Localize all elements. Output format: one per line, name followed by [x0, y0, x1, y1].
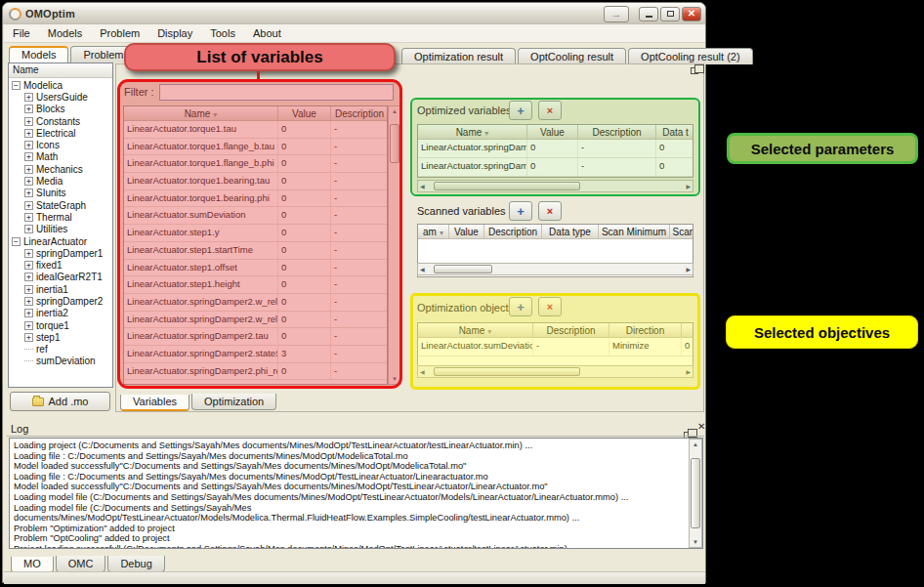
scrollbar-thumb[interactable]	[691, 458, 700, 528]
menu-about[interactable]: About	[244, 25, 290, 41]
table-row[interactable]: LinearActuator.springDamper1.d0-0	[418, 158, 693, 177]
menu-tools[interactable]: Tools	[201, 25, 244, 41]
scroll-down-icon[interactable]: ▼	[390, 374, 399, 384]
column-header-data-type[interactable]: Data type	[542, 225, 599, 238]
tree-item-idealgearr2t1[interactable]: +idealGearR2T1	[9, 272, 112, 283]
column-header-am[interactable]: am▾	[418, 225, 449, 238]
tree-item-blocks[interactable]: +Blocks	[9, 104, 112, 115]
tree-item-springdamper1[interactable]: +springDamper1	[9, 247, 112, 259]
optimized-variables-table[interactable]: Name▾ValueDescriptionData tLinearActuato…	[417, 124, 693, 178]
table-row[interactable]: LinearActuator.torque1.flange_b.tau0-	[124, 139, 387, 156]
tree-expand-icon[interactable]: +	[24, 297, 33, 306]
tab-optcooling-result[interactable]: OptCooling result	[518, 48, 626, 64]
maximize-button[interactable]	[660, 7, 680, 21]
column-header-name[interactable]: Name▾	[418, 323, 533, 337]
scroll-left-icon[interactable]: ◀	[418, 182, 427, 191]
tree-expand-icon[interactable]: +	[24, 309, 33, 317]
tree-expand-icon[interactable]: +	[24, 225, 33, 233]
column-header-name[interactable]: Name▾	[418, 125, 527, 139]
column-header-scan-m[interactable]: Scan M	[670, 225, 693, 238]
tree-collapse-icon[interactable]: −	[12, 81, 21, 90]
minimize-button[interactable]	[639, 7, 658, 21]
tree-expand-icon[interactable]: +	[24, 261, 33, 270]
objectives-horizontal-scrollbar[interactable]: ◀ ▶	[417, 365, 693, 378]
table-row[interactable]: LinearActuator.springDamper2.phi_rel_sta…	[124, 363, 387, 381]
menu-file[interactable]: File	[4, 25, 39, 41]
tree-expand-icon[interactable]: +	[24, 93, 33, 102]
tree-item-siunits[interactable]: +SIunits	[9, 188, 112, 199]
tree-expand-icon[interactable]: +	[24, 189, 33, 197]
tab-models[interactable]: Models	[9, 46, 68, 63]
column-header-name[interactable]: Name▾	[124, 106, 278, 120]
table-row[interactable]: LinearActuator.step1.offset0-	[124, 260, 387, 277]
tree-item-constants[interactable]: +Constants	[9, 115, 112, 127]
table-row[interactable]: LinearActuator.springDamper2.w_rel0-	[124, 312, 387, 329]
close-button[interactable]: ✕	[682, 7, 701, 21]
scroll-left-icon[interactable]: ◀	[418, 265, 427, 274]
menu-display[interactable]: Display	[148, 25, 201, 41]
scanned-horizontal-scrollbar[interactable]: ◀ ▶	[417, 263, 693, 275]
scroll-right-icon[interactable]: ▶	[684, 367, 693, 377]
log-vertical-scrollbar[interactable]: ▲ ▼	[689, 439, 702, 548]
tree-expand-icon[interactable]: +	[24, 129, 33, 138]
tree-expand-icon[interactable]: +	[24, 105, 33, 113]
scrollbar-thumb[interactable]	[434, 367, 580, 376]
tree-expand-icon[interactable]: +	[24, 201, 33, 210]
tree-item-fixed1[interactable]: +fixed1	[9, 259, 112, 271]
scanned-remove-button[interactable]: ×	[538, 201, 562, 221]
tab-omc[interactable]: OMC	[56, 556, 106, 572]
filter-input[interactable]	[159, 84, 394, 101]
table-row[interactable]: LinearActuator.step1.startTime0-	[124, 242, 387, 260]
optimized-horizontal-scrollbar[interactable]: ◀ ▶	[417, 180, 693, 192]
add-mo-button[interactable]: Add .mo	[10, 392, 110, 411]
tree-item-mechanics[interactable]: +Mechanics	[9, 163, 112, 175]
objectives-remove-button[interactable]: ×	[538, 297, 562, 316]
table-row[interactable]: LinearActuator.step1.height0-	[124, 276, 387, 294]
scanned-add-button[interactable]: +	[509, 201, 532, 221]
scrollbar-thumb[interactable]	[434, 182, 580, 190]
variables-table[interactable]: Name▾ValueDescriptionLinearActuator.torq…	[123, 105, 388, 385]
table-row[interactable]: LinearActuator.springDamper2.stateSelect…	[124, 346, 387, 363]
tree-item-springdamper2[interactable]: +springDamper2	[9, 295, 112, 307]
column-header-value[interactable]: Value	[449, 225, 484, 238]
title-bar[interactable]: OMOptim → ✕	[3, 3, 705, 24]
log-output[interactable]: Loading project (C:/Documents and Settin…	[9, 438, 703, 549]
tree-expand-icon[interactable]: +	[24, 249, 33, 258]
tree-item-modelica[interactable]: −Modelica	[9, 79, 112, 91]
column-header-description[interactable]: Description	[484, 225, 542, 238]
scroll-left-icon[interactable]: ◀	[418, 367, 427, 377]
column-header-description[interactable]: Description	[331, 106, 388, 120]
menu-problem[interactable]: Problem	[91, 25, 148, 41]
table-row[interactable]: LinearActuator.springDamper2.d0-0	[418, 140, 693, 158]
scrollbar-thumb[interactable]	[434, 265, 492, 273]
objectives-add-button[interactable]: +	[509, 297, 532, 316]
tree-name-header[interactable]: Name	[9, 63, 112, 78]
tree-expand-icon[interactable]: +	[24, 273, 33, 281]
scroll-up-icon[interactable]: ▲	[691, 440, 700, 449]
log-close-icon[interactable]: ✕	[697, 422, 705, 432]
tab-optimization-result[interactable]: Optimization result	[401, 48, 516, 64]
column-header-data-t[interactable]: Data t	[656, 125, 693, 139]
tree-item-stategraph[interactable]: +StateGraph	[9, 199, 112, 211]
tab-variables[interactable]: Variables	[120, 395, 189, 411]
variables-vertical-scrollbar[interactable]: ▲ ▼	[388, 105, 401, 385]
tree-expand-icon[interactable]: +	[24, 141, 33, 149]
column-header-n[interactable]: N	[682, 323, 693, 337]
tree-item-step1[interactable]: +step1	[9, 331, 112, 343]
tree-expand-icon[interactable]: +	[24, 165, 33, 174]
tree-expand-icon[interactable]: +	[24, 152, 33, 161]
scroll-right-icon[interactable]: ▶	[684, 265, 693, 274]
table-row[interactable]: LinearActuator.step1.y0-	[124, 225, 387, 242]
tree-item-utilities[interactable]: +Utilities	[9, 224, 112, 235]
tree-item-electrical[interactable]: +Electrical	[9, 127, 112, 139]
optimized-add-button[interactable]: +	[509, 101, 532, 120]
tree-item-usersguide[interactable]: +UsersGuide	[9, 91, 112, 103]
tree-item-inertia2[interactable]: +inertia2	[9, 308, 112, 319]
table-row[interactable]: LinearActuator.sumDeviation-Minimize0	[418, 338, 693, 356]
column-header-value[interactable]: Value	[278, 106, 331, 120]
tree-expand-icon[interactable]: +	[24, 117, 33, 126]
tree-item-linearactuator[interactable]: −LinearActuator	[9, 235, 112, 247]
tree-expand-icon[interactable]: +	[24, 285, 33, 294]
column-header-direction[interactable]: Direction	[609, 323, 682, 337]
tree-item-icons[interactable]: +Icons	[9, 139, 112, 150]
